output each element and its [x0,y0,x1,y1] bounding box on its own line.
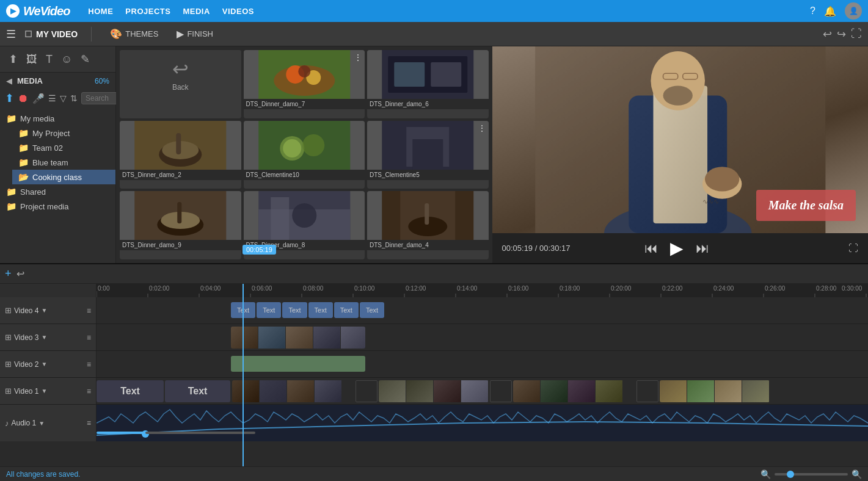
themes-icon: 🎨 [110,28,122,40]
v1-video-0[interactable] [232,380,354,402]
text-clip-3[interactable]: Text [308,302,333,318]
tree-label: My Project [32,129,70,138]
tab-title[interactable]: ✎ [77,50,93,68]
track-handle-video4[interactable]: ≡ [87,306,91,315]
track-dropdown-video2[interactable]: ▼ [41,361,47,367]
sort-button[interactable]: ⇅ [70,93,78,103]
track-handle-video2[interactable]: ≡ [87,360,91,369]
v1-frame-6 [406,380,433,402]
v1-frame-11 [568,380,595,402]
right-preview-col: ∿∿∿ Make the salsa 00:05:19 / 00:30:17 ⏮… [492,46,869,263]
thumb-svg-5 [120,191,241,240]
text-clip-2[interactable]: Text [282,302,307,318]
track-handle-audio1[interactable]: ≡ [87,419,91,427]
list-view-button[interactable]: ☰ [48,93,56,103]
redo-button[interactable]: ↪ [837,27,846,41]
undo-button[interactable]: ↩ [823,27,832,41]
media-item-1[interactable]: DTS_Dinner_damo_6 [367,50,489,118]
tree-item-team02[interactable]: 📁 Team 02 [12,140,115,155]
nav-projects[interactable]: PROJECTS [125,7,170,16]
v1-text-clip-1[interactable]: Text [165,380,230,402]
more-menu-4[interactable]: ⋮ [478,123,486,133]
v1-frame-1 [260,380,286,402]
v1-video-1[interactable] [379,380,489,402]
record-button[interactable]: ⏺ [18,92,29,105]
v1-video-3[interactable] [660,380,770,402]
tab-image[interactable]: 🖼 [23,50,41,68]
video3-clip[interactable] [231,327,365,349]
nav-media[interactable]: MEDIA [183,7,210,16]
nav-home[interactable]: HOME [88,7,113,16]
tree-item-blue-team[interactable]: 📁 Blue team [12,155,115,170]
folder-icon: 📁 [18,157,29,167]
tree-item-project-media[interactable]: 📁 Project media [0,199,115,214]
zoom-in-icon[interactable]: 🔍 [852,469,862,479]
media-item-7[interactable]: DTS_Dinner_damo_4 [367,191,489,259]
zoom-slider[interactable] [775,473,848,476]
track-type-icon-video1: ⊞ [5,386,12,396]
menu-icon[interactable]: ☰ [6,27,16,41]
track-dropdown-video1[interactable]: ▼ [41,388,47,394]
text-clip-5[interactable]: Text [360,302,384,318]
track-body-video3 [97,324,868,350]
nav-videos[interactable]: VIDEOS [222,7,254,16]
media-item-5[interactable]: DTS_Dinner_damo_9 [120,191,241,259]
themes-button[interactable]: 🎨 THEMES [105,26,163,42]
tree-item-cooking-class[interactable]: 📂 Cooking class [12,170,115,184]
mic-button[interactable]: 🎤 [32,93,45,104]
media-item-2[interactable]: DTS_Dinner_damo_2 [120,121,241,189]
track-dropdown-video4[interactable]: ▼ [41,307,47,314]
back-arrow-icon: ↩ [172,57,189,81]
svg-text:0:20:00: 0:20:00 [611,285,632,292]
v1-black-clip-0 [356,380,377,402]
track-type-icon-audio1: ♪ [5,419,9,428]
back-button-thumb[interactable]: ↩ Back [120,50,241,118]
tree-label: Blue team [32,158,68,167]
audio-waveform-svg [97,405,868,441]
finish-button[interactable]: ▶ FINISH [172,26,218,42]
help-icon[interactable]: ? [810,5,815,16]
filter-button[interactable]: ▽ [60,93,67,103]
zoom-slider-thumb[interactable] [787,471,794,478]
tree-item-my-project[interactable]: 📁 My Project [12,126,115,140]
file-tree: 📁 My media 📁 My Project 📁 Team 02 📁 Blue [0,107,115,263]
tree-item-shared[interactable]: 📁 Shared [0,184,115,199]
media-tabs: ⬆ 🖼 T ☺ ✎ [0,46,115,73]
media-item-4[interactable]: DTS_Clementine5 ⋮ [367,121,489,189]
logo-icon: ▶ [6,4,20,18]
tab-upload[interactable]: ⬆ [5,50,21,68]
track-handle-video1[interactable]: ≡ [87,387,91,396]
media-item-3[interactable]: DTS_Clementine10 [244,121,365,189]
track-dropdown-audio1[interactable]: ▼ [38,420,45,427]
tab-text[interactable]: T [42,50,56,68]
back-thumb-img: ↩ Back [120,50,241,99]
video2-clip[interactable] [231,356,365,372]
skip-forward-button[interactable]: ⏭ [696,240,709,256]
tree-item-my-media[interactable]: 📁 My media [0,111,115,126]
upload-button[interactable]: ⬆ [5,92,14,105]
track-dropdown-video3[interactable]: ▼ [41,334,47,341]
skip-back-button[interactable]: ⏮ [644,240,658,256]
zoom-out-icon[interactable]: 🔍 [760,469,771,479]
track-handle-video3[interactable]: ≡ [87,333,91,342]
text-clip-0[interactable]: Text [231,302,255,318]
tab-sticker[interactable]: ☺ [57,50,76,68]
timeline-undo-button[interactable]: ↩ [16,268,24,280]
track-type-icon-video2: ⊞ [5,360,12,369]
text-clip-4[interactable]: Text [334,302,359,318]
text-clip-1[interactable]: Text [257,302,281,318]
add-track-button[interactable]: + [5,267,12,280]
user-avatar[interactable]: 👤 [845,2,862,20]
thumb-label-5: DTS_Dinner_damo_9 [120,240,241,250]
fullscreen-button[interactable]: ⛶ [851,27,862,40]
media-item-0[interactable]: DTS_Dinner_damo_7 ⋮ [244,50,365,118]
v1-video-2[interactable] [513,380,635,402]
v1-text-clip-0[interactable]: Text [97,380,164,402]
notification-icon[interactable]: 🔔 [824,5,836,17]
v3-frame-3 [313,327,340,349]
preview-fullscreen-button[interactable]: ⛶ [848,243,858,254]
more-menu-0[interactable]: ⋮ [354,52,362,62]
folder-icon: 📁 [6,187,16,197]
svg-text:0:28:00: 0:28:00 [816,285,837,292]
play-button[interactable]: ▶ [670,238,684,258]
